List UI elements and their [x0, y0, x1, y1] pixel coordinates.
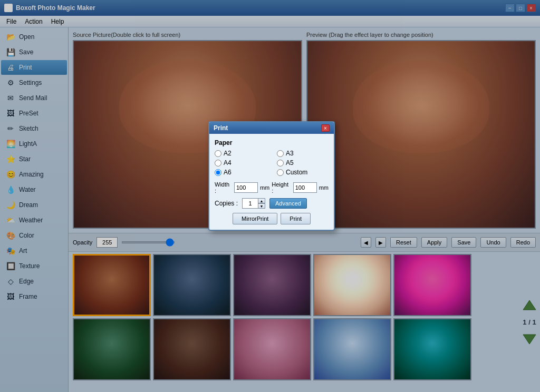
radio-a4[interactable]: A4 — [215, 159, 266, 166]
width-input[interactable] — [234, 182, 258, 193]
copies-label: Copies : — [215, 200, 238, 207]
height-label: Height : — [272, 181, 291, 194]
radio-a2-input[interactable] — [215, 150, 221, 157]
dialog-close-button[interactable]: × — [321, 124, 330, 132]
width-unit: mm — [260, 184, 269, 191]
radio-a6[interactable]: A6 — [215, 169, 266, 176]
radio-a3-label: A3 — [286, 150, 294, 157]
radio-a5-label: A5 — [286, 159, 294, 166]
print-button[interactable]: Print — [281, 213, 311, 224]
dialog-body: Paper A2 A3 A4 A5 — [209, 134, 334, 230]
dialog-actions: MirrorPrint Print — [215, 213, 329, 224]
height-unit: mm — [319, 184, 329, 191]
radio-a4-label: A4 — [224, 159, 232, 166]
radio-custom-label: Custom — [286, 169, 307, 176]
copies-spinner: ▲ ▼ — [258, 198, 265, 209]
paper-label: Paper — [215, 139, 329, 146]
dialog-title: Print — [214, 124, 228, 132]
height-input[interactable] — [293, 182, 317, 193]
paper-options: A2 A3 A4 A5 A6 — [215, 150, 329, 176]
radio-a2-label: A2 — [224, 150, 232, 157]
dialog-title-bar: Print × — [209, 122, 334, 134]
radio-a2[interactable]: A2 — [215, 150, 266, 157]
radio-a6-input[interactable] — [215, 169, 221, 176]
copies-row: Copies : ▲ ▼ Advanced — [215, 198, 329, 209]
radio-a3-input[interactable] — [277, 150, 284, 157]
radio-custom-input[interactable] — [277, 169, 284, 176]
copies-down-button[interactable]: ▼ — [258, 203, 265, 209]
copies-input-wrap: ▲ ▼ — [242, 198, 265, 209]
radio-a5[interactable]: A5 — [277, 159, 329, 166]
dimensions-row: Width : mm Height : mm — [215, 181, 329, 194]
print-dialog: Print × Paper A2 A3 A4 — [208, 121, 335, 231]
radio-a3[interactable]: A3 — [277, 150, 329, 157]
mirrorprint-button[interactable]: MirrorPrint — [233, 213, 277, 224]
dialog-overlay: Print × Paper A2 A3 A4 — [0, 0, 540, 392]
width-label: Width : — [215, 181, 232, 194]
radio-a6-label: A6 — [224, 169, 232, 176]
radio-a5-input[interactable] — [277, 160, 284, 166]
radio-custom[interactable]: Custom — [277, 169, 329, 176]
radio-a4-input[interactable] — [215, 160, 221, 166]
copies-up-button[interactable]: ▲ — [258, 198, 265, 203]
advanced-button[interactable]: Advanced — [269, 198, 307, 209]
copies-input[interactable] — [242, 198, 258, 209]
